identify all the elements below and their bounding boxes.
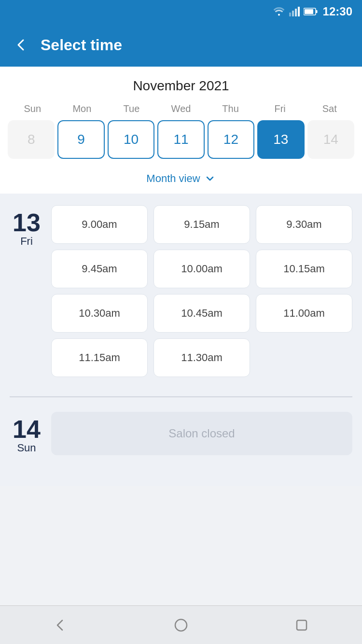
slot-10-00am[interactable]: 10.00am [153,250,250,288]
day-10[interactable]: 10 [108,120,154,159]
day-label-14: 14 Sun [10,412,43,455]
slot-11-15am[interactable]: 11.15am [51,338,148,377]
svg-rect-3 [298,7,300,16]
day-name-13: Fri [20,235,33,248]
calendar-section: November 2021 Sun Mon Tue Wed Thu Fri Sa… [0,67,362,194]
weekday-mon: Mon [57,103,107,114]
day-13[interactable]: 13 [257,120,304,159]
nav-back-button[interactable] [52,616,69,634]
day-label-13: 13 Fri [10,205,43,377]
page-title: Select time [41,36,122,54]
day-11[interactable]: 11 [157,120,204,159]
slot-9-30am[interactable]: 9.30am [256,205,352,244]
day-12[interactable]: 12 [208,120,254,159]
month-view-toggle[interactable]: Month view [8,167,354,194]
slots-grid-13: 9.00am 9.15am 9.30am 9.45am 10.00am 10.1… [51,205,352,377]
weekday-sat: Sat [305,103,354,114]
bottom-navigation [0,605,362,644]
svg-rect-5 [316,10,317,13]
nav-home-icon [172,616,190,634]
svg-rect-0 [289,13,291,16]
salon-closed-message: Salon closed [51,412,352,455]
slot-11-30am[interactable]: 11.30am [153,338,250,377]
day-block-13: 13 Fri 9.00am 9.15am 9.30am 9.45am 10.00… [10,205,352,377]
nav-recent-button[interactable] [293,616,310,634]
app-header: Select time [0,23,362,67]
divider [10,396,352,397]
nav-back-icon [52,616,69,634]
slot-10-15am[interactable]: 10.15am [256,250,352,288]
svg-rect-8 [297,620,306,630]
svg-rect-1 [292,11,294,16]
timeslots-section: 13 Fri 9.00am 9.15am 9.30am 9.45am 10.00… [0,194,362,486]
svg-rect-6 [305,9,313,14]
weekday-wed: Wed [156,103,206,114]
day-block-14: 14 Sun Salon closed [10,412,352,455]
wifi-icon [273,7,285,16]
day-number-14: 14 [13,417,41,442]
status-icons [273,7,318,16]
signal-icon [289,7,300,16]
day-8: 8 [8,120,55,159]
slot-11-00am[interactable]: 11.00am [256,294,352,333]
svg-point-7 [175,619,187,631]
slot-9-00am[interactable]: 9.00am [51,205,148,244]
day-name-14: Sun [17,442,36,454]
weekdays-row: Sun Mon Tue Wed Thu Fri Sat [8,103,354,114]
weekday-tue: Tue [107,103,156,114]
day-14: 14 [307,120,354,159]
battery-icon [304,8,318,15]
month-view-label: Month view [146,172,200,185]
chevron-down-icon [204,173,216,184]
svg-rect-2 [295,9,297,16]
nav-home-button[interactable] [172,616,190,634]
weekday-fri: Fri [255,103,305,114]
slot-10-30am[interactable]: 10.30am [51,294,148,333]
status-bar: 12:30 [0,0,362,23]
slot-10-45am[interactable]: 10.45am [153,294,250,333]
day-number-13: 13 [13,210,41,235]
status-time: 12:30 [323,5,352,18]
weekday-thu: Thu [206,103,255,114]
days-grid: 8 9 10 11 12 13 14 [8,120,354,159]
slot-9-15am[interactable]: 9.15am [153,205,250,244]
day-9[interactable]: 9 [57,120,104,159]
nav-recent-icon [293,616,310,634]
slot-9-45am[interactable]: 9.45am [51,250,148,288]
weekday-sun: Sun [8,103,57,114]
back-button[interactable] [14,37,29,53]
month-year-label: November 2021 [8,78,354,94]
